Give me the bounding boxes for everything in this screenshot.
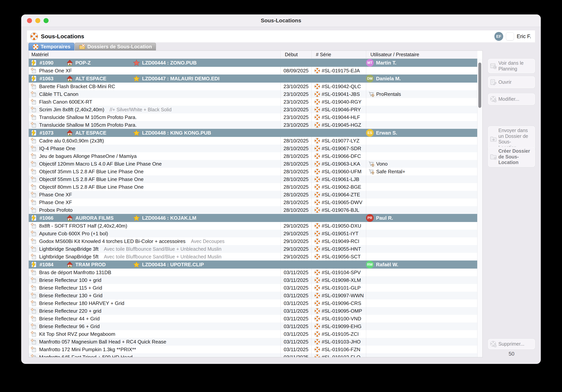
equipment-row[interactable]: 8x8ft - SOFT FROST Half (2,40x2,40m)29/1… — [29, 222, 477, 230]
start-date: 28/10/2025 — [281, 145, 311, 152]
equipment-row[interactable]: Briese Reflecteur 130 + Grid03/11/2025#S… — [29, 292, 477, 299]
life-buoy-icon — [314, 254, 320, 259]
group-user-name: Martin T. — [376, 60, 396, 66]
ouvrir-button[interactable]: Ouvrir — [488, 76, 535, 88]
equipment-row[interactable]: Probox Profoto28/10/2025#SL-019076-BJL — [29, 206, 477, 214]
serial-number: #SL-019045-HGZ — [322, 122, 361, 128]
group-header-row[interactable]: #1063ALT ESPACELZD00447 : MALAURI DEMO.E… — [29, 75, 477, 83]
equipment-row[interactable]: Objectif 35mm LS 2.8 AF Blue Line Phase … — [29, 168, 477, 175]
equipment-row[interactable]: Lightbridge SnapBridge 3ftAvec toile Blu… — [29, 245, 477, 253]
star-icon — [133, 215, 140, 221]
equipment-row[interactable]: Objectif 80mm LS 2.8 AF Blue Line Phase … — [29, 183, 477, 191]
equipment-row[interactable]: Phase One XF28/10/2025#SL-019065-DWV — [29, 199, 477, 206]
table-header: Matériel Début # Série Utilisateur / Pre… — [29, 51, 477, 59]
equipment-row[interactable]: Lightbridge SnapBridge 5ftAvec toile Blu… — [29, 253, 477, 260]
equipment-row[interactable]: Briese Reflecteur 100 + grid03/11/2025#S… — [29, 276, 477, 284]
window-title: Sous-Locations — [261, 18, 301, 24]
page-title: Sous-Locations — [41, 33, 84, 40]
house-icon — [67, 261, 73, 268]
equipment-row[interactable]: Barette Flash Bracket CB-Mini RC23/10/20… — [29, 83, 477, 90]
star-icon — [133, 75, 140, 82]
column-header-serie[interactable]: # Série — [311, 51, 366, 58]
equipment-row[interactable]: Phase One XF28/10/2025#SL-019064-ZTE — [29, 191, 477, 199]
life-buoy-icon — [314, 269, 320, 275]
house-icon — [67, 75, 73, 82]
group-header-row[interactable]: #1084TRAM PRODLZD00434 : UPOTRE.CLIPRWRa… — [29, 260, 477, 269]
equipment-row[interactable]: Phase One XF08/09/2025#SL-019175-EJA — [29, 67, 477, 75]
group-client: POP-Z — [75, 60, 91, 66]
equipment-name: Aputure Cob 600X Pro (+1 bol) — [39, 231, 108, 237]
scrollbar-thumb[interactable] — [478, 63, 481, 108]
voir-dans-le-planning-button[interactable]: Voir dans le Planning — [488, 59, 535, 73]
column-header-materiel[interactable]: Matériel — [29, 51, 281, 58]
group-id: #1066 — [39, 215, 67, 221]
group-id: #1090 — [39, 60, 67, 66]
supprimer-button[interactable]: Supprimer... — [488, 339, 535, 349]
equipment-note: Avec Decoupes — [191, 238, 224, 244]
column-header-utilisateur[interactable]: Utilisateur / Prestataire — [366, 51, 477, 58]
equipment-row[interactable]: Aputure Cob 600X Pro (+1 bol)29/10/2025#… — [29, 230, 477, 237]
serial-number: #SL-019055-HNT — [322, 246, 361, 252]
column-header-debut[interactable]: Début — [281, 51, 311, 58]
serial-number: #SL-019098-XLM — [322, 277, 361, 283]
equipment-row[interactable]: Briese Reflecteur 44 + Grid03/11/2025#SL… — [29, 315, 477, 323]
start-date: 28/10/2025 — [281, 191, 311, 199]
group-header-row[interactable]: #1066AURORA FILMSLZD00446 : KOJAK.LMPRPa… — [29, 214, 477, 222]
equipment-row[interactable]: Objectif 120mm Macro LS 4.0 AF Blue Line… — [29, 160, 477, 168]
equipment-row[interactable]: IQ-4 Phase One28/10/2025#SL-019067-SDR — [29, 145, 477, 152]
start-date: 03/11/2025 — [281, 338, 311, 346]
equipment-row[interactable]: Manfrotto 057 Magnesium Ball Head + RC4 … — [29, 338, 477, 346]
package-buoy-icon — [31, 323, 37, 329]
start-date: 28/10/2025 — [281, 206, 311, 214]
equipment-row[interactable]: Jeu de bagues Allonge PhaseOne / Mamiya2… — [29, 152, 477, 160]
equipment-row[interactable]: Manfrotto 172 Mini Pumpkin 1.3kg **PRIX*… — [29, 346, 477, 353]
vertical-scrollbar[interactable] — [477, 59, 482, 357]
tab-dossiers-de-sous-location[interactable]: Dossiers de Sous-Location — [75, 43, 156, 50]
open-document-icon — [490, 79, 497, 86]
package-buoy-icon — [31, 184, 37, 190]
group-reference: LZD00448 : KING KONG.PUB — [142, 130, 211, 136]
equipment-row[interactable]: Translucide Shallow M 105cm Profoto Para… — [29, 121, 477, 129]
modifier-button[interactable]: Modifier... — [488, 93, 535, 105]
equipment-name: Briese Reflecteur 96 + Grid — [39, 324, 100, 329]
button-label: Créer Dossier de Sous-Location — [498, 148, 533, 165]
equipment-row[interactable]: Cadre alu 0,60x0,90m (2x3ft)28/10/2025#S… — [29, 137, 477, 145]
serial-number: #SL-019064-ZTE — [322, 192, 360, 198]
minimize-window-button[interactable] — [35, 18, 40, 23]
tab-label: Temporaires — [41, 44, 70, 50]
group-header-row[interactable]: #1090POP-ZLZD00444 : ZONO.PUBMTMartin T. — [29, 59, 477, 67]
equipment-name: Briese Reflecteur 44 + Grid — [39, 316, 100, 322]
send-to-folder-icon — [490, 135, 497, 143]
zoom-window-button[interactable] — [44, 18, 48, 23]
rental-sheet-icon — [30, 59, 38, 67]
button-label: Modifier... — [498, 96, 519, 102]
close-window-button[interactable] — [27, 18, 32, 23]
package-buoy-icon — [31, 138, 37, 144]
equipment-row[interactable]: Briese Reflecteur 96 + Grid03/11/2025#SL… — [29, 323, 477, 330]
serial-number: #SL-019049-RCI — [322, 238, 359, 244]
equipment-row[interactable]: Translucide Shallow M 105cm Profoto Para… — [29, 113, 477, 121]
package-buoy-icon — [31, 99, 37, 105]
equipment-row[interactable]: Objectif 55mm LS 2.8 AF Blue Line Phase … — [29, 175, 477, 183]
equipment-row[interactable]: Godox MS60Bi Kit Knowled 4 torches LED B… — [29, 237, 477, 245]
equipment-row[interactable]: Kit Top Shot RVZ pour Megaboom03/11/2025… — [29, 330, 477, 338]
package-buoy-icon — [31, 91, 37, 97]
group-user-name: Erwan S. — [376, 130, 397, 136]
equipment-row[interactable]: Flash Canon 600EX-RT23/10/2025#SL-019040… — [29, 98, 477, 106]
creer-dossier-button[interactable]: Créer Dossier de Sous-Location — [488, 147, 535, 167]
delete-buoy-icon — [490, 341, 497, 347]
equipment-row[interactable]: Scrim Jim 8x8ft (2,40x2,40m)//+ Silver/W… — [29, 106, 477, 113]
equipment-row[interactable]: Bras de déport Manfrotto 131DB03/11/2025… — [29, 269, 477, 276]
equipment-row[interactable]: Briese Reflecteur 115 + Grid03/11/2025#S… — [29, 284, 477, 292]
life-buoy-icon — [314, 114, 320, 120]
serial-number: #SL-019066-DFC — [322, 153, 361, 159]
equipment-row[interactable]: Câble TTL Canon23/10/2025#SL-019041-JBSP… — [29, 90, 477, 98]
vendor-cart-icon — [368, 91, 375, 97]
star-icon — [133, 261, 140, 268]
group-header-row[interactable]: #1073ALT ESPACELZD00448 : KING KONG.PUBE… — [29, 129, 477, 137]
equipment-row[interactable]: Manfrotto 645 Fast Tripod + 509 HD Head0… — [29, 353, 477, 357]
equipment-row[interactable]: Briese Reflecteur 220 + grid03/11/2025#S… — [29, 307, 477, 315]
tab-temporaires[interactable]: Temporaires — [29, 43, 74, 50]
equipment-row[interactable]: Briese Reflecteur 180 HARVEY + Grid03/11… — [29, 299, 477, 307]
equipment-name: Objectif 35mm LS 2.8 AF Blue Line Phase … — [39, 169, 144, 175]
